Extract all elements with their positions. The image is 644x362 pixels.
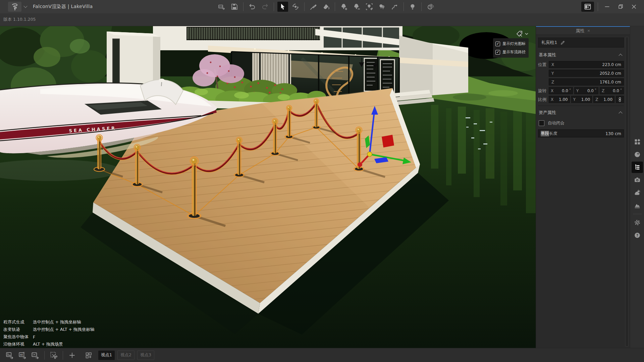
minimize-button[interactable]	[602, 2, 612, 12]
rotation-z-field[interactable]: Z0.0°	[600, 87, 624, 94]
rotation-y-field[interactable]: Y0.0°	[574, 87, 598, 94]
logo-dropdown-chevron-icon[interactable]	[23, 4, 27, 8]
scene-canvas[interactable]: SEA CHASER	[0, 26, 536, 348]
gizmo-center-handle[interactable]	[367, 152, 372, 157]
auto-close-checkbox[interactable]	[539, 120, 544, 126]
settings-gear-icon	[634, 219, 641, 226]
position-z-field[interactable]: Z1761.0 cm	[549, 78, 624, 85]
crop-snip-button[interactable]	[48, 350, 59, 361]
collapse-chevron-icon[interactable]	[619, 111, 622, 115]
export-ai-image-button[interactable]: AIAI	[17, 350, 28, 361]
viewpoint-grid-button[interactable]	[83, 350, 94, 361]
panel-scrollbar[interactable]	[625, 37, 629, 347]
terrain-icon	[634, 202, 641, 209]
segment-length-field[interactable]: 单段长度 130 cm	[538, 129, 624, 137]
restore-icon	[617, 3, 624, 10]
orbit-tool-button[interactable]	[290, 2, 301, 12]
layout-panes-button[interactable]	[581, 2, 594, 12]
tree-area-add-button[interactable]	[364, 2, 375, 12]
svg-text:AI: AI	[23, 351, 25, 354]
shortcut-help-overlay: 程序式生成选中控制点 + 拖拽坐标轴 改变轨迹选中控制点 + ALT + 拖拽坐…	[3, 318, 94, 348]
export-image-button[interactable]	[4, 350, 15, 361]
scale-z-field[interactable]: Z1.00	[593, 96, 614, 103]
object-name-field[interactable]: 礼宾柱1	[538, 38, 624, 48]
tree-add-button[interactable]	[338, 2, 349, 12]
viewpoint-tab-1[interactable]: 视点1	[98, 351, 115, 360]
eyedropper-button[interactable]	[308, 2, 319, 12]
checkbox-checked-icon[interactable]: ✓	[495, 50, 500, 55]
light-bulb-icon	[409, 3, 417, 11]
titlebar: FalconV渲染器 | LakeVilla EXE	[0, 0, 644, 13]
edit-pencil-icon[interactable]	[560, 40, 565, 45]
tree-area-add-icon	[365, 3, 373, 11]
light-button[interactable]	[407, 2, 418, 12]
shortcut-action: 改变轨迹	[3, 327, 33, 333]
display-options-chevron-icon[interactable]	[525, 33, 528, 35]
export-exe-icon: EXE	[218, 3, 226, 11]
tree-remove-button[interactable]	[351, 2, 362, 12]
section-asset-properties[interactable]: 资产属性	[539, 109, 623, 117]
main-toolbar: EXE	[215, 0, 437, 13]
restore-button[interactable]	[615, 2, 626, 12]
terrain-button[interactable]	[632, 200, 643, 211]
shortcut-keys: F	[33, 335, 35, 340]
menu-item-show-traffic-path[interactable]: ✓ 显示车流路径	[493, 48, 529, 56]
add-viewpoint-button[interactable]	[67, 350, 77, 361]
scale-x-field[interactable]: X1.00	[549, 96, 570, 103]
layout-panes-icon	[584, 3, 592, 11]
gizmo-plane-red-square[interactable]	[382, 135, 394, 147]
tree-brush-button[interactable]	[377, 2, 387, 12]
collapse-chevron-icon[interactable]	[619, 54, 622, 57]
section-divider	[538, 106, 624, 106]
svg-text:?: ?	[636, 234, 638, 237]
app-logo-button[interactable]	[8, 2, 21, 12]
undo-icon	[248, 3, 256, 11]
properties-list-button[interactable]	[632, 162, 643, 173]
camera-button[interactable]	[632, 174, 643, 186]
position-x-field[interactable]: X223.0 cm	[549, 61, 624, 68]
paint-bucket-button[interactable]	[321, 2, 331, 12]
scale-y-field[interactable]: Y1.00	[571, 96, 592, 103]
display-options-tag-icon[interactable]	[516, 30, 523, 38]
menu-item-show-light-icons[interactable]: ✓ 显示灯光图标	[493, 40, 529, 48]
undo-button[interactable]	[247, 2, 258, 12]
tab-close-icon[interactable]: ×	[587, 28, 590, 33]
checkbox-checked-icon[interactable]: ✓	[495, 42, 500, 46]
weather-button[interactable]	[632, 187, 643, 198]
redo-button[interactable]	[260, 2, 270, 12]
asset-library-button[interactable]	[632, 136, 643, 147]
export-video-icon	[31, 351, 40, 360]
material-sphere-button[interactable]	[632, 149, 643, 160]
titlebar-separator	[598, 2, 598, 11]
close-button[interactable]	[629, 2, 639, 12]
bottombar-separator	[63, 351, 63, 360]
position-label: 位置	[538, 61, 549, 85]
redo-icon	[261, 3, 269, 11]
toolbar-separator	[274, 2, 274, 11]
time-of-day-button[interactable]	[425, 2, 436, 12]
rotation-x-field[interactable]: X0.0°	[549, 87, 573, 94]
export-exe-button[interactable]: EXE	[216, 2, 227, 12]
viewport-3d[interactable]: SEA CHASER	[0, 26, 536, 348]
paint-bucket-icon	[322, 3, 330, 11]
scale-label: 比例	[538, 96, 549, 103]
position-y-field[interactable]: Y2052.0 cm	[549, 70, 624, 77]
orbit-icon	[291, 3, 300, 11]
save-button[interactable]	[229, 2, 240, 12]
shortcut-action: 聚焦选中物体	[3, 334, 33, 340]
eyedropper-icon	[309, 3, 317, 11]
viewpoint-tab-3[interactable]: 视点3	[137, 351, 154, 360]
help-button[interactable]: ?	[632, 230, 643, 241]
scale-link-toggle[interactable]	[616, 96, 624, 103]
settings-button[interactable]	[632, 217, 643, 228]
plus-icon	[68, 351, 76, 359]
section-basic-properties[interactable]: 基本属性	[539, 51, 623, 59]
toolbar-separator	[404, 2, 404, 11]
material-sphere-icon	[634, 151, 641, 158]
viewpoint-tab-2[interactable]: 视点2	[117, 351, 135, 360]
properties-tab[interactable]: 属性 ×	[536, 26, 630, 35]
select-tool-button[interactable]	[277, 2, 288, 12]
app-title: FalconV渲染器 | LakeVilla	[33, 4, 93, 10]
export-video-button[interactable]	[30, 350, 41, 361]
path-tool-button[interactable]	[389, 2, 400, 12]
